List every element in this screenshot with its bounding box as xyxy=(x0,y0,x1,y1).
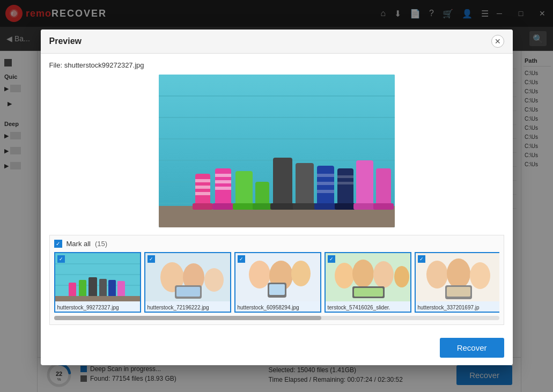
svg-rect-18 xyxy=(215,174,231,177)
thumb-check-1: ✓ xyxy=(57,255,65,263)
svg-rect-40 xyxy=(353,203,376,210)
thumbnail-section: ✓ Mark all (15) ✓ xyxy=(49,235,504,325)
svg-rect-34 xyxy=(314,203,337,210)
svg-rect-15 xyxy=(195,192,210,195)
svg-rect-59 xyxy=(176,287,200,297)
thumb-label-5: hutterstock_337201697.jp xyxy=(416,304,499,312)
svg-rect-31 xyxy=(317,174,334,177)
svg-point-69 xyxy=(373,261,394,288)
thumb-check-2: ✓ xyxy=(148,255,155,263)
svg-rect-22 xyxy=(235,171,253,209)
modal-title: Preview xyxy=(49,36,82,46)
recover-button-modal[interactable]: Recover xyxy=(440,338,504,358)
file-label: File: shutterstock99272327.jpg xyxy=(49,61,504,69)
svg-rect-23 xyxy=(233,203,255,210)
thumbnail-3[interactable]: ✓ hutterstock_60958294.jpg xyxy=(234,252,321,313)
svg-rect-41 xyxy=(376,168,391,209)
svg-rect-36 xyxy=(337,175,353,178)
svg-rect-49 xyxy=(89,277,97,298)
thumb-check-3: ✓ xyxy=(238,255,245,263)
thumbnail-1[interactable]: ✓ xyxy=(54,252,141,313)
svg-rect-25 xyxy=(253,203,272,210)
mark-all-count: (15) xyxy=(95,240,107,248)
modal-header: Preview ✕ xyxy=(41,29,513,54)
svg-rect-65 xyxy=(269,284,285,295)
thumb-label-2: hutterstock_72196222.jpg xyxy=(145,304,230,312)
svg-rect-52 xyxy=(117,281,125,298)
svg-point-74 xyxy=(426,261,448,289)
mark-all-checkbox[interactable]: ✓ xyxy=(54,240,62,248)
svg-point-68 xyxy=(352,260,374,287)
svg-rect-42 xyxy=(373,203,394,210)
svg-rect-21 xyxy=(212,203,234,210)
svg-rect-47 xyxy=(69,283,76,298)
svg-point-76 xyxy=(470,262,490,289)
svg-rect-35 xyxy=(337,168,353,209)
svg-rect-39 xyxy=(356,160,373,209)
svg-rect-72 xyxy=(354,288,383,297)
thumbnail-2[interactable]: ✓ hutterstock_72196222.jpg xyxy=(144,252,231,313)
svg-point-57 xyxy=(204,268,224,292)
thumbnail-5[interactable]: ✓ hutterstock_337201697.jp xyxy=(415,252,499,313)
svg-point-75 xyxy=(447,258,470,289)
svg-rect-14 xyxy=(195,186,210,189)
svg-rect-30 xyxy=(317,166,334,209)
svg-rect-37 xyxy=(337,182,353,184)
modal-overlay: Preview ✕ File: shutterstock99272327.jpg xyxy=(0,0,553,392)
svg-rect-13 xyxy=(195,179,210,182)
svg-point-67 xyxy=(335,263,354,289)
mark-all-row: ✓ Mark all (15) xyxy=(54,240,499,248)
svg-rect-38 xyxy=(335,203,356,210)
thumbnail-4[interactable]: ✓ terstock_57416026_slider. xyxy=(325,252,411,313)
svg-point-63 xyxy=(291,261,311,286)
modal-footer: Recover xyxy=(41,332,513,365)
svg-rect-53 xyxy=(55,296,140,301)
thumb-check-4: ✓ xyxy=(328,255,335,263)
svg-rect-33 xyxy=(317,190,334,193)
thumb-label-3: hutterstock_60958294.jpg xyxy=(235,304,320,312)
preview-image-area xyxy=(49,75,504,227)
mark-all-label: Mark all xyxy=(67,240,91,248)
svg-rect-20 xyxy=(215,187,231,190)
modal-body: File: shutterstock99272327.jpg xyxy=(41,54,513,332)
svg-rect-50 xyxy=(99,279,107,298)
preview-image xyxy=(159,75,395,227)
svg-rect-43 xyxy=(55,253,140,301)
svg-rect-48 xyxy=(79,280,86,298)
svg-point-61 xyxy=(249,261,270,289)
svg-rect-27 xyxy=(270,203,295,210)
svg-rect-78 xyxy=(447,287,470,297)
thumb-label-1: hutterstock_99272327.jpg xyxy=(55,304,140,312)
svg-rect-29 xyxy=(293,203,316,210)
thumbnails-row: ✓ xyxy=(54,252,499,313)
svg-rect-16 xyxy=(193,203,213,210)
scrollbar-thumb xyxy=(54,316,321,320)
thumb-label-4: terstock_57416026_slider. xyxy=(326,304,410,312)
svg-rect-26 xyxy=(273,158,292,209)
svg-rect-32 xyxy=(317,182,334,185)
svg-rect-28 xyxy=(296,163,314,209)
modal-close-button[interactable]: ✕ xyxy=(491,35,504,48)
svg-rect-19 xyxy=(215,180,231,183)
preview-modal: Preview ✕ File: shutterstock99272327.jpg xyxy=(41,29,513,365)
thumbnail-scrollbar[interactable] xyxy=(54,316,499,320)
svg-rect-51 xyxy=(108,280,116,298)
thumb-check-5: ✓ xyxy=(418,255,425,263)
svg-point-70 xyxy=(394,266,409,287)
